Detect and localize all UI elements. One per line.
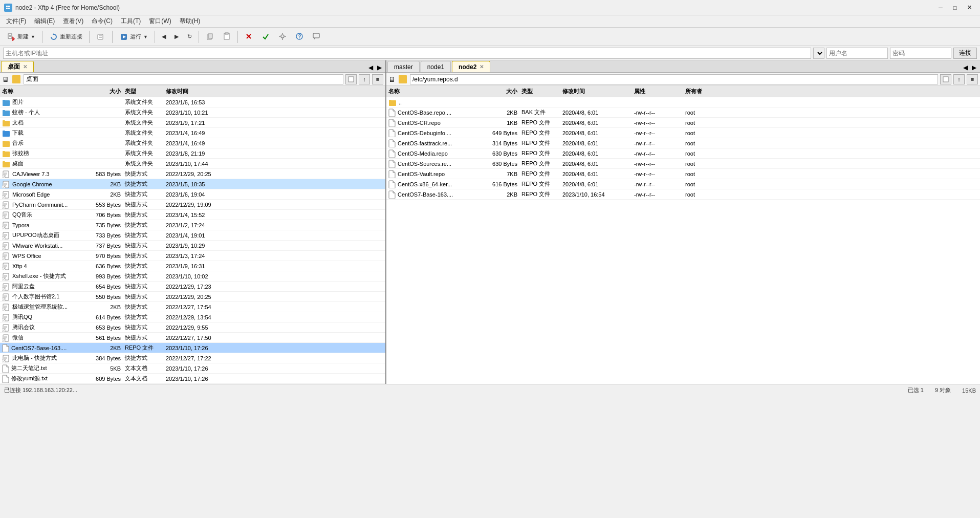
file-size-19: 550 Bytes [82,294,123,300]
menu-edit[interactable]: 编辑(E) [30,16,59,27]
left-view-button[interactable]: ≡ [372,74,383,84]
left-file-row-8[interactable]: ↗ Google Chrome 2KB 快捷方式 2023/1/5, 18:35 [0,179,385,189]
left-file-row-15[interactable]: ↗ WPS Office 970 Bytes 快捷方式 2023/1/3, 17… [0,251,385,261]
left-file-row-5[interactable]: 张蚊榜 系统文件夹 2023/1/8, 21:19 [0,148,385,159]
left-tab-close-icon[interactable]: ✕ [23,64,27,70]
host-input[interactable] [3,48,811,59]
left-path-up-button[interactable]: ↑ [359,74,370,84]
left-file-row-6[interactable]: 桌面 系统文件夹 2023/1/10, 17:44 [0,159,385,169]
browse-button[interactable] [93,30,109,44]
minimize-button[interactable]: ─ [934,3,947,13]
left-file-list[interactable]: 名称 大小 类型 修改时间 图片 系统文件夹 2023/1/6, 16:53 蚊… [0,86,385,384]
help-button[interactable]: ? [292,30,307,44]
back-button[interactable]: ◀ [158,30,169,44]
username-input[interactable] [826,48,888,59]
left-tab-desktop[interactable]: 桌面 ✕ [1,61,34,72]
back-icon: ◀ [162,33,166,40]
right-file-row-1[interactable]: CentOS-Base.repo.... 2KB BAK 文件 2020/4/8… [386,107,980,118]
settings-button[interactable] [275,30,290,44]
right-pane-next-icon[interactable]: ▶ [970,64,978,71]
left-file-row-19[interactable]: ↗ 个人数字图书馆2.1 550 Bytes 快捷方式 2022/12/29, … [0,292,385,302]
toolbar-separator-4 [155,31,155,43]
right-pane-prev-icon[interactable]: ◀ [962,64,969,71]
left-file-row-1[interactable]: 蚊榜 - 个人 系统文件夹 2023/1/10, 10:21 [0,107,385,118]
right-path-browse-button[interactable] [940,74,951,84]
right-file-row-8[interactable]: CentOS-x86_64-ker... 616 Bytes REPO 文件 2… [386,179,980,189]
right-path-input[interactable] [410,74,938,84]
right-file-row-5[interactable]: CentOS-Media.repo 630 Bytes REPO 文件 2020… [386,148,980,159]
right-file-row-6[interactable]: CentOS-Sources.re... 630 Bytes REPO 文件 2… [386,159,980,169]
right-view-button[interactable]: ≡ [967,74,978,84]
right-tab-node2[interactable]: node2 ✕ [452,61,490,72]
left-file-row-24[interactable]: CentOS7-Base-163.... 2KB REPO 文件 2023/1/… [0,343,385,353]
rfile-attr-5: -rw-r--r-- [632,150,683,157]
file-name-5: 张蚊榜 [0,149,82,157]
refresh-button[interactable]: ↻ [184,30,195,44]
left-file-row-22[interactable]: ↗ 腾讯会议 653 Bytes 快捷方式 2022/12/29, 9:55 [0,322,385,333]
left-file-row-4[interactable]: 音乐 系统文件夹 2023/1/4, 16:49 [0,138,385,148]
left-file-row-13[interactable]: ↗ UPUPOO动态桌面 733 Bytes 快捷方式 2023/1/4, 19… [0,230,385,241]
chat-button[interactable] [309,30,324,44]
run-button[interactable]: 运行 ▼ [116,30,151,44]
menu-window[interactable]: 窗口(W) [145,16,175,27]
restore-button[interactable]: □ [948,3,962,13]
left-file-row-12[interactable]: ↗ Typora 735 Bytes 快捷方式 2023/1/2, 17:24 [0,220,385,230]
right-file-list[interactable]: 名称 大小 类型 修改时间 属性 所有者 .. CentOS-Base.repo… [386,86,980,384]
paste-button[interactable] [219,30,234,44]
close-button[interactable]: ✕ [963,3,976,13]
rfile-attr-2: -rw-r--r-- [632,120,683,126]
left-path-browse-button[interactable] [345,74,357,84]
left-file-row-17[interactable]: ↗ Xshell.exe - 快捷方式 993 Bytes 快捷方式 2023/… [0,271,385,282]
file-type-22: 快捷方式 [123,323,164,331]
forward-button[interactable]: ▶ [171,30,182,44]
left-file-row-25[interactable]: ↗ 此电脑 - 快捷方式 384 Bytes 快捷方式 2022/12/27, … [0,353,385,363]
right-file-row-0[interactable]: .. [386,97,980,107]
toolbar-separator-6 [237,31,238,43]
right-tab-node2-close-icon[interactable]: ✕ [480,64,484,70]
right-tab-master[interactable]: master [387,61,420,72]
left-file-row-2[interactable]: 文档 系统文件夹 2023/1/9, 17:21 [0,118,385,128]
left-file-row-11[interactable]: ↗ QQ音乐 706 Bytes 快捷方式 2023/1/4, 15:52 [0,210,385,220]
right-file-row-4[interactable]: CentOS-fasttrack.re... 314 Bytes REPO 文件… [386,138,980,148]
host-dropdown[interactable] [813,48,824,59]
file-date-17: 2023/1/10, 10:02 [164,273,235,279]
menu-help[interactable]: 帮助(H) [176,16,205,27]
left-file-row-0[interactable]: 图片 系统文件夹 2023/1/6, 16:53 [0,97,385,107]
menu-view[interactable]: 查看(V) [59,16,88,27]
new-button[interactable]: 新建 ▼ [3,30,39,44]
copy-button[interactable] [202,30,217,44]
delete-button[interactable] [241,30,256,44]
left-file-row-21[interactable]: ↗ 腾讯QQ 614 Bytes 快捷方式 2022/12/29, 13:54 [0,312,385,322]
right-file-row-3[interactable]: CentOS-Debuginfo.... 649 Bytes REPO 文件 2… [386,128,980,138]
check-button[interactable] [258,30,273,44]
connect-button[interactable]: 连接 [953,48,977,59]
password-input[interactable] [890,48,951,59]
left-file-row-23[interactable]: ↗ 微信 561 Bytes 快捷方式 2022/12/27, 17:50 [0,333,385,343]
left-path-input[interactable] [24,74,343,84]
left-file-row-7[interactable]: ↗ CAJViewer 7.3 583 Bytes 快捷方式 2022/12/2… [0,169,385,179]
left-file-row-27[interactable]: 修改yumi源.txt 609 Bytes 文本文档 2023/1/10, 17… [0,374,385,384]
left-file-row-14[interactable]: ↗ VMware Workstati... 737 Bytes 快捷方式 202… [0,241,385,251]
split-pane: 桌面 ✕ ◀ ▶ 🖥 ↑ ≡ 名称 大小 类型 [0,60,980,384]
left-file-row-26[interactable]: 第二天笔记.txt 5KB 文本文档 2023/1/10, 17:26 [0,363,385,374]
menu-command[interactable]: 命令(C) [88,16,117,27]
reconnect-button[interactable]: 重新连接 [46,30,86,44]
left-file-row-16[interactable]: ↗ Xftp 4 636 Bytes 快捷方式 2023/1/9, 16:31 [0,261,385,271]
right-file-row-2[interactable]: CentOS-CR.repo 1KB REPO 文件 2020/4/8, 6:0… [386,118,980,128]
menu-file[interactable]: 文件(F) [2,16,30,27]
left-file-row-10[interactable]: ↗ PyCharm Communit... 553 Bytes 快捷方式 202… [0,200,385,210]
right-tab-node1[interactable]: node1 [421,61,451,72]
file-size-8: 2KB [82,181,123,187]
left-file-row-3[interactable]: 下载 系统文件夹 2023/1/4, 16:49 [0,128,385,138]
left-file-row-18[interactable]: ↗ 阿里云盘 654 Bytes 快捷方式 2022/12/29, 17:23 [0,282,385,292]
left-pane-next-icon[interactable]: ▶ [376,64,383,71]
left-file-row-9[interactable]: ↗ Microsoft Edge 2KB 快捷方式 2023/1/6, 19:0… [0,189,385,200]
right-file-row-7[interactable]: CentOS-Vault.repo 7KB REPO 文件 2020/4/8, … [386,169,980,179]
right-path-up-button[interactable]: ↑ [953,74,965,84]
svg-rect-17 [225,33,228,34]
left-pane-prev-icon[interactable]: ◀ [367,64,375,71]
right-file-row-9[interactable]: CentOS7-Base-163.... 2KB REPO 文件 2023/1/… [386,189,980,200]
menu-tools[interactable]: 工具(T) [117,16,145,27]
file-size-21: 614 Bytes [82,314,123,320]
left-file-row-20[interactable]: ↗ 极域课堂管理系统软... 2KB 快捷方式 2022/12/27, 17:5… [0,302,385,312]
